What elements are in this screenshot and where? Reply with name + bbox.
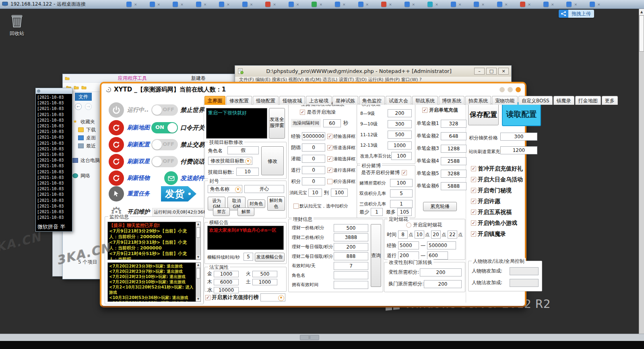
app-icon[interactable] <box>381 2 386 7</box>
back-icon[interactable]: ← <box>75 103 82 110</box>
tab[interactable]: 帮战系统 <box>412 96 438 105</box>
scroll-down-icon[interactable] <box>196 297 200 301</box>
accum-recharge-select[interactable] <box>260 293 285 301</box>
tab[interactable]: 主界面 <box>204 96 225 105</box>
app-icon[interactable] <box>358 2 363 7</box>
gamble-input[interactable]: 5 <box>390 189 413 197</box>
scrollbar-handle[interactable] <box>196 268 200 278</box>
tab[interactable]: 怪物配置 <box>253 96 279 105</box>
tab[interactable]: 拍卖系统 <box>465 96 491 105</box>
close-icon[interactable] <box>250 2 253 6</box>
save-config-button[interactable]: 保存配置 <box>468 104 499 125</box>
app-icon[interactable] <box>474 2 479 7</box>
send-mail-label[interactable]: 发送邮件 <box>180 174 204 182</box>
level-input[interactable]: 100 <box>391 152 412 160</box>
amount-input[interactable]: 648 <box>441 132 466 140</box>
desktop-vertical-scrollbar[interactable] <box>639 9 644 334</box>
ban-role-select[interactable]: 角色名称 <box>208 185 242 193</box>
refresh-icon[interactable] <box>109 137 124 152</box>
app-icon[interactable] <box>520 2 525 7</box>
single-recharge-checkbox[interactable] <box>422 108 427 113</box>
refresh-icon[interactable] <box>109 154 124 169</box>
close-icon[interactable] <box>227 2 230 6</box>
gamble-input[interactable]: 100 <box>390 179 413 187</box>
close-icon[interactable] <box>481 2 485 6</box>
close-icon[interactable] <box>296 2 299 6</box>
taskbar-app-item[interactable] <box>335 2 346 7</box>
feature-checkbox[interactable] <box>471 210 476 215</box>
gamble-enable-checkbox[interactable] <box>402 170 407 175</box>
scrollbar-handle[interactable] <box>300 335 319 340</box>
scroll-up-icon[interactable] <box>639 9 644 15</box>
taskbar-app-item[interactable] <box>150 2 161 7</box>
scrollbar-handle[interactable] <box>639 15 644 52</box>
licai-input[interactable]: 200 <box>334 243 368 251</box>
default-deduct-checkbox[interactable] <box>293 204 299 209</box>
tab[interactable]: 角色监控 <box>359 96 385 105</box>
maximize-icon[interactable] <box>508 87 513 92</box>
element-input[interactable]: 1000 <box>214 271 239 277</box>
gender-input[interactable]: 200 <box>424 280 462 288</box>
close-icon[interactable] <box>134 2 137 6</box>
taskbar-app-item[interactable] <box>358 2 369 7</box>
load-config-button[interactable]: 读取配置 <box>502 102 541 126</box>
send-broadcast-button[interactable]: 发送全服弹窗 <box>269 108 285 139</box>
element-input[interactable]: 1000 <box>252 279 277 285</box>
element-input[interactable]: 10000 <box>214 287 239 293</box>
hotspring-enable-checkbox[interactable] <box>300 110 305 115</box>
taskbar-app-item[interactable] <box>566 2 577 7</box>
close-icon[interactable] <box>574 2 577 6</box>
gm-action-button[interactable]: 封角色 <box>248 199 265 208</box>
minimize-icon[interactable] <box>500 87 505 92</box>
app-icon[interactable] <box>289 2 294 7</box>
close-icon[interactable] <box>597 2 601 6</box>
attack-input[interactable] <box>510 267 539 275</box>
licai-input[interactable]: 7 <box>334 262 368 270</box>
taskbar-app-item[interactable] <box>427 2 438 7</box>
hour-input[interactable]: 20 <box>431 231 441 239</box>
taskbar-app-item[interactable] <box>196 2 207 7</box>
amount-input[interactable]: 2588 <box>441 157 466 165</box>
app-icon[interactable] <box>173 2 178 7</box>
taskbar-app-item[interactable] <box>381 2 392 7</box>
taskbar-app-item[interactable] <box>520 2 531 7</box>
feature-checkbox[interactable] <box>471 220 476 226</box>
gm-tool-window[interactable]: XYTD _【亲测源码网】当前在线人数：1 主界面修改配置怪物配置怪物攻城上古秘… <box>100 82 526 307</box>
taskbar-app-item[interactable] <box>312 2 322 7</box>
ship-goods-button[interactable]: 发货 <box>161 186 196 202</box>
console-titlebar[interactable] <box>36 88 72 94</box>
level-input[interactable]: 1000 <box>388 141 412 150</box>
skill-target-input[interactable]: 10 <box>236 168 259 176</box>
skill-mode-select[interactable]: 修改技能目标数 <box>208 157 252 165</box>
explorer-nav[interactable]: ← → <box>75 103 92 110</box>
tab[interactable]: 更多 <box>602 96 618 105</box>
close-button[interactable]: × <box>498 68 509 75</box>
stat-checkbox[interactable] <box>327 168 332 173</box>
tab[interactable]: 打金地图 <box>575 96 601 105</box>
tab[interactable]: 修改配置 <box>226 96 252 105</box>
gm-action-button[interactable]: 禁言 <box>213 208 230 216</box>
refresh-icon[interactable] <box>109 120 124 135</box>
licai-input[interactable]: 888 <box>334 252 368 260</box>
scroll-down-icon[interactable] <box>196 255 200 260</box>
feature-checkbox[interactable] <box>471 177 476 182</box>
close-icon[interactable] <box>412 2 415 6</box>
licai-input[interactable] <box>334 281 368 289</box>
app-icon[interactable] <box>219 2 224 7</box>
level-input[interactable]: 500 <box>388 131 412 139</box>
close-icon[interactable] <box>180 2 184 6</box>
scrollbar-handle[interactable] <box>196 227 200 238</box>
consume-max-input[interactable]: 100 <box>331 189 348 197</box>
toggle-paid-chat[interactable]: OFF <box>151 156 178 167</box>
hour-input[interactable]: 22 <box>448 231 457 239</box>
app-icon[interactable] <box>590 2 595 7</box>
taskbar-app-item[interactable] <box>173 2 184 7</box>
taskbar-app-item[interactable] <box>242 2 253 7</box>
min-input[interactable]: 1 <box>371 208 383 216</box>
level-input[interactable]: 300 <box>388 120 412 128</box>
stat-input[interactable]: 0 <box>302 177 325 185</box>
amount-input[interactable]: 1288 <box>441 145 466 153</box>
apply-button[interactable]: 修改 <box>261 146 284 175</box>
close-icon[interactable] <box>389 2 392 6</box>
gm-titlebar[interactable]: XYTD _【亲测源码网】当前在线人数：1 <box>101 83 525 96</box>
